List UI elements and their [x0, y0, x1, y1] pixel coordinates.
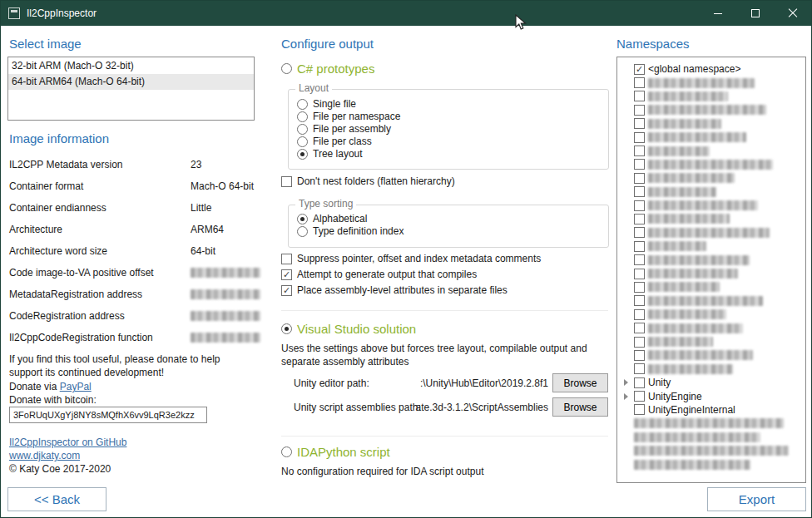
namespace-checkbox[interactable] — [634, 105, 645, 116]
minimize-button[interactable] — [699, 1, 736, 26]
image-list-item[interactable]: 32-bit ARM (Mach-O 32-bit) — [8, 58, 254, 74]
visual-studio-radio[interactable] — [281, 323, 292, 334]
option-file-per-namespace[interactable]: File per namespace — [297, 111, 400, 122]
namespace-row-redacted[interactable] — [621, 363, 802, 376]
attributes-checkbox[interactable] — [281, 285, 292, 296]
namespace-row-global[interactable]: <global namespace> — [621, 62, 802, 76]
namespace-row-redacted[interactable] — [621, 90, 802, 103]
unity-checkbox[interactable] — [634, 377, 645, 388]
namespace-row-redacted[interactable] — [621, 103, 802, 116]
option-attributes[interactable]: Place assembly-level attributes in separ… — [281, 284, 508, 296]
paypal-link[interactable]: PayPal — [60, 381, 92, 392]
unity-editor-path-value[interactable]: :\Unity\Hub\Editor\2019.2.8f1 — [367, 377, 548, 389]
namespace-row-unityengine[interactable]: UnityEngine — [621, 389, 802, 402]
namespace-checkbox[interactable] — [634, 241, 645, 252]
option-visual-studio-solution[interactable]: Visual Studio solution — [281, 322, 416, 336]
option-idapython-script[interactable]: IDAPython script — [281, 445, 390, 459]
namespace-checkbox[interactable] — [634, 295, 645, 306]
namespace-checkbox[interactable] — [634, 363, 645, 374]
unityengineinternal-checkbox[interactable] — [634, 404, 645, 415]
namespace-row-redacted[interactable] — [621, 144, 802, 157]
option-tree-layout[interactable]: Tree layout — [297, 148, 363, 160]
namespace-checkbox[interactable] — [634, 323, 645, 333]
github-link[interactable]: Il2CppInspector on GitHub — [9, 437, 126, 448]
namespace-checkbox[interactable] — [634, 91, 645, 101]
namespace-checkbox[interactable] — [634, 282, 645, 293]
website-link[interactable]: www.djkaty.com — [9, 450, 80, 461]
namespace-row-redacted[interactable] — [621, 158, 802, 171]
browse-editor-button[interactable]: Browse — [552, 373, 608, 392]
namespace-checkbox[interactable] — [634, 214, 645, 224]
option-file-per-assembly[interactable]: File per assembly — [297, 123, 391, 135]
unityengine-checkbox[interactable] — [634, 391, 645, 402]
flatten-checkbox[interactable] — [281, 176, 292, 187]
option-type-definition-index[interactable]: Type definition index — [297, 225, 404, 237]
namespace-row-redacted[interactable] — [621, 226, 802, 239]
image-list-item-selected[interactable]: 64-bit ARM64 (Mach-O 64-bit) — [8, 74, 254, 90]
namespace-list[interactable]: <global namespace> Unity UnityEngine Uni… — [616, 57, 806, 483]
namespace-row-redacted[interactable] — [621, 457, 802, 471]
idapython-radio[interactable] — [281, 446, 292, 457]
alphabetical-radio[interactable] — [297, 214, 308, 224]
namespace-row-redacted[interactable] — [621, 335, 802, 348]
image-listbox[interactable]: 32-bit ARM (Mach-O 32-bit) 64-bit ARM64 … — [7, 57, 255, 121]
namespace-row-unityengineinternal[interactable]: UnityEngineInternal — [621, 403, 802, 417]
namespace-checkbox[interactable] — [634, 269, 645, 279]
type-definition-index-radio[interactable] — [297, 226, 308, 237]
namespace-row-redacted[interactable] — [621, 185, 802, 199]
namespace-checkbox[interactable] — [634, 309, 645, 320]
namespace-row-redacted[interactable] — [621, 321, 802, 334]
close-button[interactable] — [774, 1, 811, 26]
namespace-row-redacted[interactable] — [621, 444, 802, 457]
option-file-per-class[interactable]: File per class — [297, 136, 372, 147]
expander-icon[interactable] — [622, 392, 631, 401]
namespace-row-redacted[interactable] — [621, 117, 802, 131]
compiles-checkbox[interactable] — [281, 269, 292, 280]
namespace-row-redacted[interactable] — [621, 76, 802, 89]
option-csharp-prototypes[interactable]: C# prototypes — [281, 62, 374, 76]
namespace-row-redacted[interactable] — [621, 253, 802, 266]
namespace-row-redacted[interactable] — [621, 267, 802, 280]
namespace-row-redacted[interactable] — [621, 417, 802, 430]
global-namespace-checkbox[interactable] — [634, 64, 645, 75]
namespace-checkbox[interactable] — [634, 186, 645, 197]
tree-layout-radio[interactable] — [297, 149, 308, 160]
file-per-namespace-radio[interactable] — [297, 111, 308, 122]
namespace-row-redacted[interactable] — [621, 280, 802, 294]
unity-script-assemblies-value[interactable]: ate.3d-3.1.2\ScriptAssemblies — [367, 402, 548, 413]
back-button[interactable]: << Back — [7, 487, 106, 511]
csharp-radio[interactable] — [281, 63, 292, 74]
namespace-row-redacted[interactable] — [621, 348, 802, 362]
namespace-checkbox[interactable] — [634, 350, 645, 361]
namespace-checkbox[interactable] — [634, 118, 645, 129]
namespace-row-unity[interactable]: Unity — [621, 376, 802, 389]
namespace-row-redacted[interactable] — [621, 308, 802, 321]
namespace-checkbox[interactable] — [634, 146, 645, 156]
browse-assemblies-button[interactable]: Browse — [552, 397, 608, 417]
namespace-checkbox[interactable] — [634, 77, 645, 88]
namespace-row-redacted[interactable] — [621, 431, 802, 444]
single-file-radio[interactable] — [297, 99, 308, 110]
namespace-row-redacted[interactable] — [621, 294, 802, 308]
namespace-checkbox[interactable] — [634, 337, 645, 348]
maximize-button[interactable] — [736, 1, 774, 26]
file-per-assembly-radio[interactable] — [297, 124, 308, 135]
file-per-class-radio[interactable] — [297, 136, 308, 147]
namespace-row-redacted[interactable] — [621, 212, 802, 225]
namespace-row-redacted[interactable] — [621, 171, 802, 185]
bitcoin-address-input[interactable] — [9, 407, 207, 423]
expander-icon[interactable] — [622, 378, 631, 387]
namespace-row-redacted[interactable] — [621, 131, 802, 144]
namespace-checkbox[interactable] — [634, 159, 645, 170]
option-flatten[interactable]: Don't nest folders (flatten hierarchy) — [281, 175, 455, 187]
namespace-checkbox[interactable] — [634, 132, 645, 143]
namespace-row-redacted[interactable] — [621, 199, 802, 212]
option-suppress[interactable]: Suppress pointer, offset and index metad… — [281, 253, 541, 264]
namespace-checkbox[interactable] — [634, 227, 645, 238]
namespace-checkbox[interactable] — [634, 200, 645, 211]
option-single-file[interactable]: Single file — [297, 98, 356, 110]
option-alphabetical[interactable]: Alphabetical — [297, 213, 367, 224]
namespace-row-redacted[interactable] — [621, 239, 802, 253]
namespace-checkbox[interactable] — [634, 173, 645, 184]
suppress-checkbox[interactable] — [281, 254, 292, 264]
